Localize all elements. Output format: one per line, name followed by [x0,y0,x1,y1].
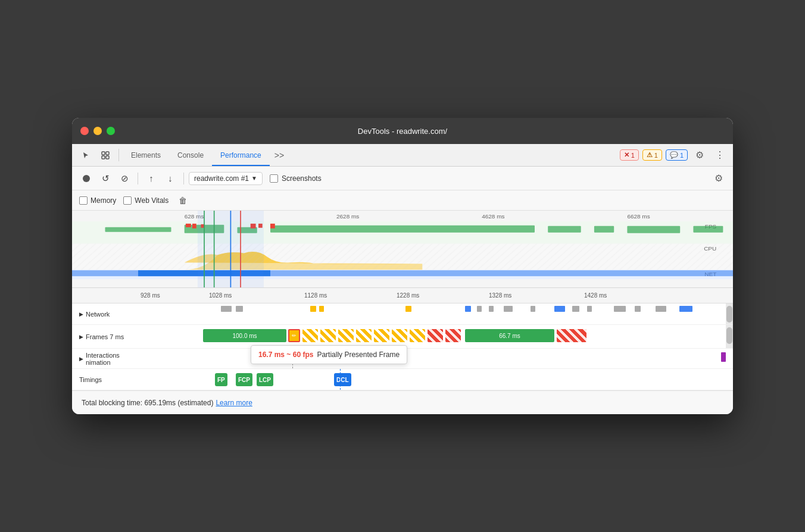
svg-rect-2 [102,156,105,159]
frame-label-selected: ✏ [292,333,297,339]
net-block [221,306,232,312]
upload-button[interactable]: ↑ [143,170,160,187]
svg-text:4628 ms: 4628 ms [482,213,505,219]
svg-rect-21 [548,226,581,233]
toolbar: ↺ ⊘ ↑ ↓ readwrite.com #1 ▼ Screenshots ⚙ [72,167,733,190]
web-vitals-checkbox[interactable]: Web Vitals [123,196,169,205]
close-button[interactable] [80,127,89,135]
frame-block-red-end[interactable] [557,329,586,342]
frames-label[interactable]: ▶ Frames 7 ms [72,333,138,340]
timing-fcp-badge[interactable]: FCP [236,373,252,386]
net-block [489,306,494,312]
overview-timeline[interactable]: 628 ms 2628 ms 4628 ms 6628 ms FPS CPU N… [72,211,733,288]
maximize-button[interactable] [107,127,115,135]
memory-checkbox[interactable]: Memory [79,196,116,205]
screenshots-checkbox[interactable]: Screenshots [270,174,322,183]
frame-block-selected[interactable]: ✏ [288,329,300,342]
net-block [587,306,592,312]
expand-network-icon[interactable]: ▶ [79,311,83,317]
screenshots-checkbox-box[interactable] [270,174,278,183]
tab-elements[interactable]: Elements [123,144,169,166]
svg-rect-30 [270,224,275,229]
download-button[interactable]: ↓ [162,170,179,187]
memory-checkbox-box[interactable] [79,196,88,205]
svg-rect-3 [106,156,109,159]
chat-badge[interactable]: 💬 1 [666,149,688,161]
frame-block-stripe-4[interactable] [356,329,372,342]
frame-block-stripe-5[interactable] [374,329,389,342]
blocking-time-text: Total blocking time: 695.19ms (estimated… [82,399,213,407]
reload-button[interactable]: ↺ [97,170,114,187]
timing-fp-badge[interactable]: FP [215,373,227,386]
expand-frames-icon[interactable]: ▶ [79,334,83,340]
learn-more-link[interactable]: Learn more [216,399,252,407]
timing-dcl-badge[interactable]: DCL [334,373,351,386]
more-options-icon[interactable]: ⋮ [712,147,728,164]
svg-text:6628 ms: 6628 ms [627,213,650,219]
network-label[interactable]: ▶ Network [72,311,138,318]
interactions-label[interactable]: ▶ Interactions nimation [72,352,138,366]
titlebar: DevTools - readwrite.com/ [72,118,733,144]
minimize-button[interactable] [93,127,102,135]
frame-block-stripe-7[interactable] [410,329,425,342]
svg-rect-0 [102,152,105,155]
frames-scrollbar-thumb[interactable] [726,327,732,344]
net-block [504,306,513,312]
svg-rect-20 [270,226,535,233]
statusbar: Total blocking time: 695.19ms (estimated… [72,390,733,414]
warning-badge[interactable]: ⚠ 1 [642,149,662,161]
tab-console[interactable]: Console [169,144,212,166]
svg-rect-24 [693,226,723,233]
frame-block-green[interactable]: 100.0 ms [203,329,286,342]
frames-track: ▶ Frames 7 ms 100.0 ms ✏ [72,325,733,349]
svg-text:2628 ms: 2628 ms [336,213,360,219]
expand-interactions-icon[interactable]: ▶ [79,356,83,362]
dcl-cursor [340,369,341,390]
tab-separator [118,149,119,161]
timing-lcp-badge[interactable]: LCP [257,373,273,386]
frame-label-100ms: 100.0 ms [232,333,257,339]
frame-block-stripe-2[interactable] [320,329,336,342]
svg-rect-22 [594,226,614,233]
frame-block-stripe-6[interactable] [392,329,407,342]
web-vitals-checkbox-box[interactable] [123,196,132,205]
time-label-1228: 1228 ms [397,292,419,299]
net-block [614,306,626,312]
timings-track: Timings FP FCP LCP [72,369,733,390]
performance-area: 628 ms 2628 ms 4628 ms 6628 ms FPS CPU N… [72,211,733,390]
svg-rect-26 [192,224,196,229]
net-block [531,306,535,312]
frame-block-green-2[interactable]: 66.7 ms [465,329,554,342]
network-content [138,303,733,324]
devtools-window: DevTools - readwrite.com/ Elements Conso… [72,118,733,414]
tabbar: Elements Console Performance >> ✕ 1 ⚠ 1 … [72,144,733,167]
svg-point-4 [83,175,90,182]
scrollbar-thumb[interactable] [726,306,732,323]
detail-time-ruler: 928 ms 1028 ms 1128 ms 1228 ms 1328 ms 1… [72,288,733,303]
frame-tooltip: 16.7 ms ~ 60 fps Partially Presented Fra… [251,345,407,364]
settings-icon[interactable]: ⚙ [691,147,708,164]
toolbar-settings-icon[interactable]: ⚙ [710,170,727,187]
record-button[interactable] [78,170,95,187]
frame-block-stripe-1[interactable] [302,329,318,342]
clear-button[interactable]: ⊘ [116,170,133,187]
frame-block-red-2[interactable] [445,329,461,342]
net-block [465,306,471,312]
network-track: ▶ Network [72,303,733,325]
scrollbar-vert[interactable] [726,303,733,324]
frames-scrollbar[interactable] [726,325,733,348]
error-badge[interactable]: ✕ 1 [620,149,639,161]
detail-rows[interactable]: ▶ Network [72,303,733,390]
clear-data-button[interactable]: 🗑 [176,193,190,208]
frame-block-stripe-3[interactable] [338,329,354,342]
frames-content: 100.0 ms ✏ [138,325,733,348]
inspect-icon[interactable] [96,144,115,166]
toolbar-right: ⚙ [710,170,727,187]
tooltip-fps-text: 16.7 ms ~ 60 fps [258,351,313,359]
svg-rect-17 [105,227,171,232]
profile-select[interactable]: readwrite.com #1 ▼ [189,172,263,185]
frame-block-red-1[interactable] [428,329,443,342]
more-tabs-button[interactable]: >> [270,144,289,166]
cursor-icon[interactable] [77,144,96,166]
tab-performance[interactable]: Performance [212,144,270,166]
